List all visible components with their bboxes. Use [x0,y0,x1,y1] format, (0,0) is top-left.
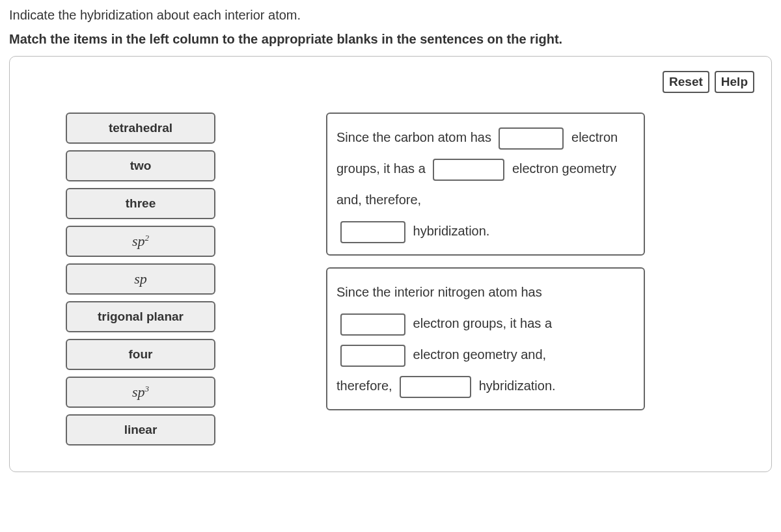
sentence-text: electron groups, it has a [413,316,552,330]
sentence-box-carbon: Since the carbon atom has electron group… [326,113,645,256]
item-sp[interactable]: sp [66,263,215,295]
item-label: four [129,347,153,362]
item-linear[interactable]: linear [66,414,215,446]
drop-blank-carbon-hybridization[interactable] [340,221,405,243]
top-button-row: Reset Help [27,71,754,93]
drop-blank-nitrogen-geometry[interactable] [340,345,405,367]
item-trigonal-planar[interactable]: trigonal planar [66,301,215,332]
instructions-block: Indicate the hybridization about each in… [9,8,772,47]
work-area: tetrahedral two three sp2 sp trigonal pl… [27,113,754,446]
item-three[interactable]: three [66,188,215,219]
sentence-text: Since the carbon atom has [336,130,491,144]
draggable-items-column: tetrahedral two three sp2 sp trigonal pl… [66,113,215,446]
item-four[interactable]: four [66,339,215,370]
sentence-box-nitrogen: Since the interior nitrogen atom has ele… [326,267,645,410]
drop-blank-carbon-geometry[interactable] [433,159,504,181]
sentence-text: hybridization. [413,224,490,238]
item-label: sp3 [132,384,149,401]
item-label: two [130,159,152,173]
drop-blank-carbon-groups[interactable] [499,127,564,150]
item-sp3[interactable]: sp3 [66,377,215,408]
sentence-text: electron geometry and, [413,347,547,362]
help-button[interactable]: Help [715,71,754,93]
item-two[interactable]: two [66,150,215,181]
item-label: linear [124,423,158,437]
item-label: three [126,196,156,211]
instruction-line-1: Indicate the hybridization about each in… [9,8,772,23]
item-sp2[interactable]: sp2 [66,226,215,257]
item-label: sp2 [132,233,149,250]
drop-blank-nitrogen-groups[interactable] [340,313,405,336]
item-label: trigonal planar [98,310,184,324]
sentence-text: Since the interior nitrogen atom has [336,285,542,299]
reset-button[interactable]: Reset [663,71,709,93]
sentence-text: hybridization. [479,379,556,393]
item-label: tetrahedral [109,121,172,135]
sentence-text: therefore, [336,379,392,393]
exercise-panel: Reset Help tetrahedral two three sp2 sp … [9,56,772,472]
item-tetrahedral[interactable]: tetrahedral [66,113,215,144]
sentence-targets-column: Since the carbon atom has electron group… [326,113,754,410]
drop-blank-nitrogen-hybridization[interactable] [400,376,471,398]
item-label: sp [134,271,147,287]
instruction-line-2: Match the items in the left column to th… [9,32,772,47]
